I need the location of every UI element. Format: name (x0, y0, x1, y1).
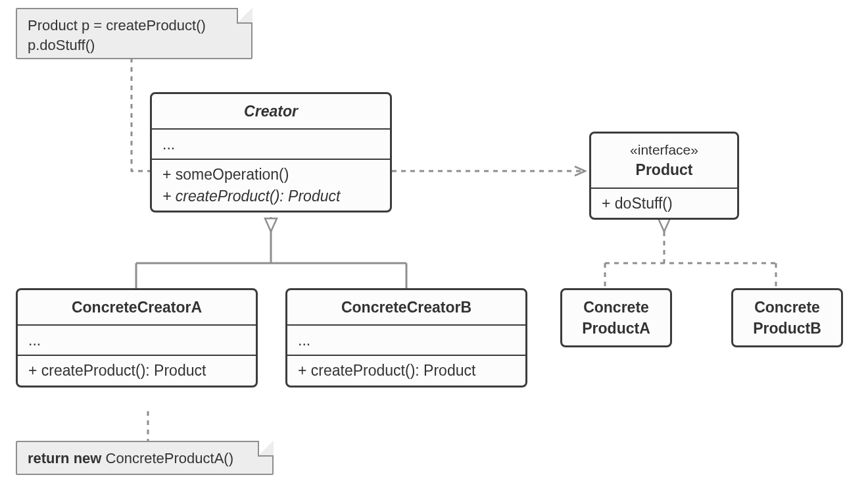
class-title: «interface» Product (591, 134, 737, 188)
operation: + createProduct(): Product (298, 360, 515, 381)
stereotype: «interface» (602, 140, 727, 159)
note-fold-icon (258, 441, 274, 457)
class-concrete-product-b: Concrete ProductB (731, 288, 843, 347)
interface-product: «interface» Product + doStuff() (589, 132, 739, 220)
class-name-line: ProductB (738, 318, 836, 339)
operation: + doStuff() (602, 193, 727, 214)
operation: + createProduct(): Product (28, 360, 245, 381)
class-concrete-creator-b: ConcreteCreatorB ... + createProduct(): … (285, 288, 527, 388)
class-operations: + createProduct(): Product (18, 355, 256, 385)
class-title: ConcreteCreatorB (287, 290, 525, 324)
class-title: ConcreteCreatorA (18, 290, 256, 324)
class-title: Concrete ProductB (733, 290, 841, 345)
class-concrete-product-a: Concrete ProductA (560, 288, 672, 347)
class-operations: + doStuff() (591, 188, 737, 218)
class-operations: + createProduct(): Product (287, 355, 525, 385)
note-some-operation: Product p = createProduct() p.doStuff() (16, 8, 253, 59)
connectors (0, 0, 868, 500)
note-line: return new ConcreteProductA() (28, 450, 233, 466)
class-attributes: ... (18, 324, 256, 355)
note-create-product: return new ConcreteProductA() (16, 441, 274, 475)
class-concrete-creator-a: ConcreteCreatorA ... + createProduct(): … (16, 288, 258, 388)
class-name-line: Concrete (738, 297, 836, 318)
class-title: Creator (152, 94, 390, 128)
class-creator: Creator ... + someOperation() + createPr… (150, 92, 392, 213)
note-text: ConcreteProductA() (101, 450, 233, 466)
note-line: Product p = createProduct() (28, 16, 241, 36)
class-operations: + someOperation() + createProduct(): Pro… (152, 159, 390, 210)
operation: + someOperation() (162, 164, 379, 185)
class-title: Concrete ProductA (562, 290, 670, 345)
class-name-line: Concrete (567, 297, 665, 318)
class-attributes: ... (287, 324, 525, 355)
class-name: Product (636, 161, 693, 178)
class-name-line: ProductA (567, 318, 665, 339)
class-attributes: ... (152, 128, 390, 159)
operation-abstract: + createProduct(): Product (162, 186, 379, 207)
uml-diagram: Product p = createProduct() p.doStuff() … (0, 0, 868, 500)
note-fold-icon (237, 8, 253, 24)
keyword: return new (28, 450, 101, 466)
note-line: p.doStuff() (28, 36, 241, 55)
